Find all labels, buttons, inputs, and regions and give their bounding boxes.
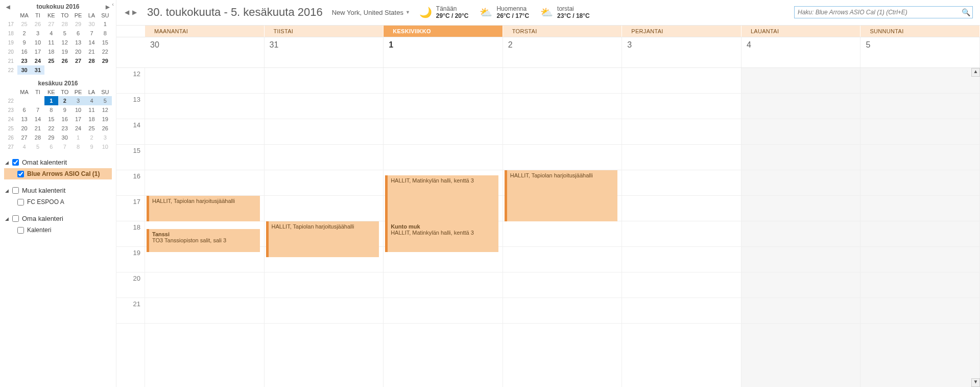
calendar-event[interactable]: Kunto mukHALLIT, Matinkylän halli, kentt… [385,221,498,252]
mini-cal-day[interactable]: 12 [99,105,112,115]
search-icon[interactable]: 🔍 [959,8,972,16]
mini-cal-day[interactable]: 23 [17,56,31,65]
mini-cal-day[interactable]: 13 [17,115,31,124]
mini-cal-day[interactable]: 9 [17,38,31,47]
cal-group-header[interactable]: ◢Muut kalenterit [4,185,112,196]
mini-cal-day[interactable]: 26 [99,124,112,133]
calendar-event[interactable]: HALLIT, Tapiolan harjoitusjäähalli [147,196,260,221]
mini-cal-day[interactable]: 1 [44,96,58,105]
mini-cal-day[interactable]: 19 [58,47,71,56]
mini-cal-day[interactable]: 19 [99,115,112,124]
mini-cal-day[interactable]: 23 [58,124,71,133]
mini-cal-day[interactable]: 5 [99,96,112,105]
mini-cal-day[interactable]: 22 [44,124,58,133]
mini-cal-day[interactable]: 10 [99,142,112,151]
mini-cal-day[interactable]: 25 [85,124,98,133]
mini-cal-day[interactable] [44,65,58,75]
mini-cal-day[interactable] [85,65,98,75]
calendar-event[interactable]: TanssiTO3 Tanssiopiston salit, sali 3 [147,229,260,252]
mini-cal-day[interactable]: 15 [99,38,112,47]
mini-cal-day[interactable]: 15 [44,115,58,124]
collapse-sidebar-icon[interactable]: ‹ [109,1,116,8]
mini-cal-day[interactable]: 10 [71,105,85,115]
mini-cal-day[interactable]: 12 [58,38,71,47]
mini-cal-day[interactable]: 18 [85,115,98,124]
mini-cal-day[interactable]: 9 [85,142,98,151]
mini-cal-day[interactable]: 18 [44,47,58,56]
weather-day[interactable]: ⛅torstai23°C / 18°C [540,5,590,20]
mini-cal-day[interactable]: 16 [17,47,31,56]
mini-cal-day[interactable]: 24 [31,56,44,65]
mini-cal-day[interactable]: 21 [85,47,98,56]
day-column[interactable] [742,68,861,387]
mini-cal-day[interactable]: 29 [71,19,85,29]
mini-cal-day[interactable]: 11 [85,105,98,115]
mini-cal-day[interactable]: 5 [58,29,71,38]
mini-cal-day[interactable]: 1 [99,19,112,29]
day-column[interactable]: HALLIT, Tapiolan harjoitusjäähalli [265,68,384,387]
cal-item[interactable]: Kalenteri [4,224,112,236]
mini-cal-day[interactable] [58,65,71,75]
mini-cal-day[interactable]: 2 [85,133,98,142]
cal-group-checkbox[interactable] [12,215,19,222]
mini-cal-day[interactable]: 3 [71,96,85,105]
mini-cal-day[interactable]: 6 [17,105,31,115]
date-header[interactable]: 2 [503,37,623,67]
mini-cal-day[interactable]: 14 [31,115,44,124]
mini-cal-day[interactable]: 31 [31,65,44,75]
mini-cal-day[interactable] [99,65,112,75]
mini-cal-day[interactable]: 8 [44,105,58,115]
date-header[interactable]: 4 [742,37,861,67]
mini-cal-day[interactable]: 27 [71,56,85,65]
prev-month-icon[interactable]: ◀ [4,4,12,10]
next-week-icon[interactable]: ▶ [131,8,138,17]
mini-cal-day[interactable] [71,65,85,75]
date-header[interactable]: 31 [265,37,384,67]
mini-cal-day[interactable]: 5 [31,142,44,151]
mini-cal-day[interactable]: 8 [71,142,85,151]
location-picker[interactable]: New York, United States ▼ [332,9,410,16]
cal-item[interactable]: Blue Arrows ASIO Cal (1) [4,168,112,179]
mini-cal-day[interactable]: 20 [71,47,85,56]
mini-cal-day[interactable]: 27 [17,133,31,142]
mini-cal-day[interactable]: 11 [44,38,58,47]
mini-cal-day[interactable]: 22 [99,47,112,56]
date-header[interactable]: 30 [145,37,265,67]
weather-day[interactable]: ⛅Huomenna26°C / 17°C [480,5,529,20]
calendar-event[interactable]: HALLIT, Tapiolan harjoitusjäähalli [505,170,618,221]
mini-cal-day[interactable]: 4 [17,142,31,151]
day-column[interactable] [622,68,742,387]
mini-cal-day[interactable]: 9 [58,105,71,115]
mini-cal-day[interactable]: 7 [85,29,98,38]
date-header[interactable]: 5 [861,37,980,67]
mini-cal-day[interactable]: 28 [31,133,44,142]
mini-cal-day[interactable]: 30 [17,65,31,75]
cal-group-header[interactable]: ◢Omat kalenterit [4,156,112,168]
cal-group-header[interactable]: ◢Oma kalenteri [4,213,112,224]
mini-cal-day[interactable]: 30 [58,133,71,142]
cal-group-checkbox[interactable] [12,159,19,166]
mini-cal-day[interactable]: 6 [71,29,85,38]
day-column[interactable]: HALLIT, Matinkylän halli, kenttä 3Kunto … [384,68,503,387]
day-column[interactable] [861,68,980,387]
mini-cal-day[interactable]: 26 [31,19,44,29]
mini-cal-day[interactable]: 3 [99,133,112,142]
calendar-event[interactable]: HALLIT, Matinkylän halli, kenttä 3 [385,175,498,221]
mini-cal-day[interactable]: 7 [58,142,71,151]
scroll-down-icon[interactable]: ▼ [971,378,980,387]
mini-cal-day[interactable]: 2 [17,29,31,38]
mini-cal-day[interactable]: 7 [31,105,44,115]
mini-cal-day[interactable]: 16 [58,115,71,124]
day-column[interactable]: HALLIT, Tapiolan harjoitusjäähalliTanssi… [145,68,265,387]
mini-cal-day[interactable]: 25 [44,56,58,65]
mini-cal-day[interactable]: 14 [85,38,98,47]
mini-cal-day[interactable] [17,96,31,105]
mini-cal-day[interactable]: 28 [85,56,98,65]
mini-cal-day[interactable]: 6 [44,142,58,151]
mini-cal-day[interactable]: 10 [31,38,44,47]
cal-item-checkbox[interactable] [17,199,24,206]
weather-day[interactable]: 🌙Tänään29°C / 20°C [419,5,469,20]
search-input[interactable] [795,9,959,16]
cal-group-checkbox[interactable] [12,187,19,194]
day-column[interactable]: HALLIT, Tapiolan harjoitusjäähalli [503,68,623,387]
